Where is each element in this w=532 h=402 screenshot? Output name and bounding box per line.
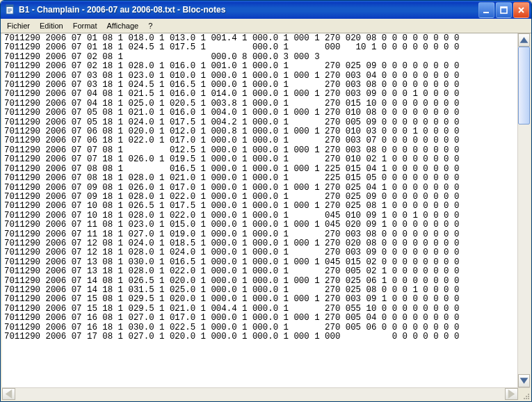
menu-help[interactable]: ? xyxy=(143,20,157,31)
scroll-up-button[interactable] xyxy=(518,33,530,47)
scroll-track-horizontal[interactable] xyxy=(15,388,505,400)
horizontal-scrollbar[interactable] xyxy=(2,387,530,400)
menu-view[interactable]: Affichage xyxy=(102,20,144,31)
client-area: 7011290 2006 07 01 08 1 018.0 1 013.0 1 … xyxy=(1,33,531,401)
notepad-window: B1 - Champlain - 2006-07 au 2006-08.txt … xyxy=(0,0,532,402)
menu-edit[interactable]: Edition xyxy=(35,20,68,31)
scroll-track-vertical[interactable] xyxy=(518,47,530,374)
vertical-scrollbar[interactable] xyxy=(517,33,530,387)
window-title: B1 - Champlain - 2006-07 au 2006-08.txt … xyxy=(19,5,478,15)
maximize-button[interactable] xyxy=(496,2,512,18)
menu-file[interactable]: Fichier xyxy=(2,20,35,31)
minimize-button[interactable] xyxy=(478,2,494,18)
scroll-right-button[interactable] xyxy=(505,388,518,400)
svg-point-12 xyxy=(526,396,527,397)
svg-point-11 xyxy=(524,398,525,399)
titlebar[interactable]: B1 - Champlain - 2006-07 au 2006-08.txt … xyxy=(1,1,531,19)
scroll-thumb-vertical[interactable] xyxy=(518,47,530,124)
textarea-wrap: 7011290 2006 07 01 08 1 018.0 1 013.0 1 … xyxy=(2,33,530,387)
svg-rect-5 xyxy=(483,12,489,13)
svg-point-8 xyxy=(528,398,529,399)
svg-point-10 xyxy=(528,396,529,397)
close-button[interactable] xyxy=(513,2,529,18)
scroll-down-button[interactable] xyxy=(518,374,530,387)
svg-point-13 xyxy=(528,394,529,395)
scroll-left-button[interactable] xyxy=(2,388,15,400)
size-grip[interactable] xyxy=(518,388,530,400)
text-content[interactable]: 7011290 2006 07 01 08 1 018.0 1 013.0 1 … xyxy=(2,33,517,387)
svg-rect-7 xyxy=(501,7,507,8)
window-buttons xyxy=(478,2,529,18)
notepad-icon xyxy=(5,4,16,15)
menu-format[interactable]: Format xyxy=(68,20,102,31)
menubar: Fichier Edition Format Affichage ? xyxy=(1,19,531,33)
svg-rect-1 xyxy=(6,5,13,7)
svg-point-9 xyxy=(526,398,527,399)
